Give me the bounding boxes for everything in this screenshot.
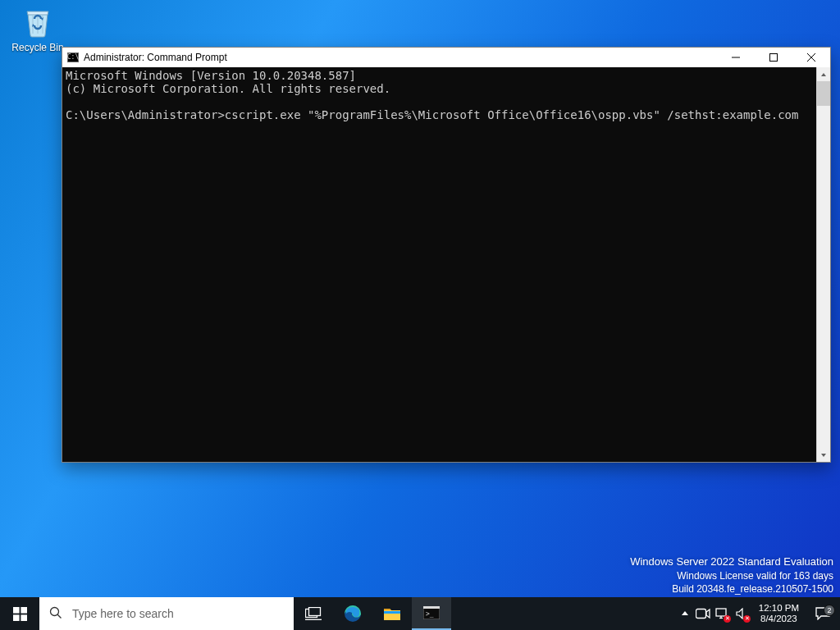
svg-line-9 [57,614,61,618]
svg-rect-6 [13,614,20,621]
network-disconnected-badge: ✕ [724,615,731,623]
taskbar-app-explorer[interactable] [372,597,412,630]
notification-count-badge: 2 [824,605,835,616]
action-center-button[interactable]: 2 [806,607,840,620]
tray-meet-now-icon[interactable] [693,597,713,630]
volume-muted-badge: ✕ [743,615,751,623]
clock-time: 12:10 PM [759,603,799,614]
svg-rect-7 [21,614,27,621]
taskbar: Type here to search [0,597,840,630]
svg-text:>_: >_ [426,610,434,618]
recycle-bin-label: Recycle Bin [11,42,64,53]
watermark-line2: Windows License valid for 163 days [630,569,833,582]
scroll-track[interactable] [817,81,830,448]
watermark-line1: Windows Server 2022 Standard Evaluation [630,555,833,569]
start-button[interactable] [0,597,39,630]
recycle-bin-icon [20,3,56,39]
taskbar-clock[interactable]: 12:10 PM 8/4/2023 [752,603,806,624]
minimize-button[interactable] [717,48,755,67]
command-prompt-window[interactable]: C:\ Administrator: Command Prompt Micros… [62,47,831,463]
maximize-button[interactable] [755,48,792,67]
scroll-down-button[interactable] [817,448,830,462]
task-view-button[interactable] [294,597,333,630]
terminal-output[interactable]: Microsoft Windows [Version 10.0.20348.58… [62,67,816,462]
taskbar-app-cmd[interactable]: >_ [412,597,451,630]
svg-rect-11 [309,608,321,616]
search-icon [49,606,62,622]
svg-rect-14 [384,611,400,614]
svg-rect-5 [21,607,27,614]
search-placeholder: Type here to search [72,607,174,620]
desktop[interactable]: Recycle Bin Windows Server 2022 Standard… [0,0,840,630]
scroll-up-button[interactable] [817,67,830,81]
svg-rect-18 [696,609,705,619]
desktop-icon-recycle-bin[interactable]: Recycle Bin [11,3,64,53]
titlebar[interactable]: C:\ Administrator: Command Prompt [62,48,830,67]
search-box[interactable]: Type here to search [39,597,294,630]
svg-point-8 [51,607,59,615]
tray-network-icon[interactable]: ✕ [713,597,733,630]
svg-rect-16 [423,606,440,609]
svg-rect-4 [13,607,20,614]
desktop-watermark: Windows Server 2022 Standard Evaluation … [630,555,833,596]
close-button[interactable] [792,48,830,67]
watermark-line3: Build 20348.fe_release.210507-1500 [630,582,833,596]
system-tray: ✕ ✕ 12:10 PM 8/4/2023 2 [677,597,840,630]
cmd-icon: C:\ [67,52,79,62]
svg-rect-1 [770,54,778,62]
tray-overflow-button[interactable] [677,597,693,630]
clock-date: 8/4/2023 [759,614,799,624]
taskbar-app-edge[interactable] [333,597,372,630]
scrollbar[interactable] [816,67,830,462]
tray-volume-icon[interactable]: ✕ [733,597,752,630]
window-title: Administrator: Command Prompt [84,52,227,63]
scroll-thumb[interactable] [817,81,830,106]
